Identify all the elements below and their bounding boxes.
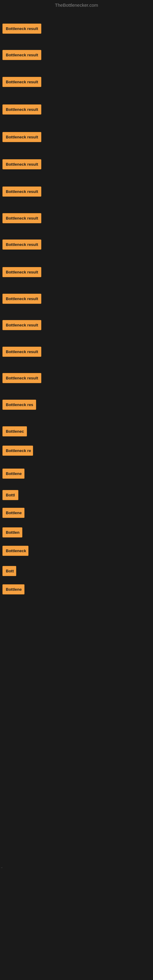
bottleneck-card-9[interactable]: Bottleneck result xyxy=(2,267,41,277)
bottleneck-card-8[interactable]: Bottleneck result xyxy=(2,240,41,250)
cards-container: Bottleneck resultBottleneck resultBottle… xyxy=(0,10,153,623)
bottleneck-card-13[interactable]: Bottleneck result xyxy=(2,373,41,383)
bottleneck-card-23[interactable]: Bottlene xyxy=(2,584,24,595)
bottleneck-card-1[interactable]: Bottleneck result xyxy=(2,50,41,60)
bottleneck-card-2[interactable]: Bottleneck result xyxy=(2,77,41,87)
bottleneck-card-10[interactable]: Bottleneck result xyxy=(2,294,41,304)
bottleneck-card-4[interactable]: Bottleneck result xyxy=(2,132,41,142)
bottleneck-card-3[interactable]: Bottleneck result xyxy=(2,105,41,115)
tiny-label: t xyxy=(1,867,3,868)
bottleneck-card-6[interactable]: Bottleneck result xyxy=(2,186,41,197)
bottleneck-card-19[interactable]: Bottlene xyxy=(2,508,24,518)
site-header: TheBottlenecker.com xyxy=(0,0,153,10)
site-title: TheBottlenecker.com xyxy=(55,2,98,8)
bottleneck-card-11[interactable]: Bottleneck result xyxy=(2,320,41,330)
bottleneck-card-15[interactable]: Bottlenec xyxy=(2,426,27,436)
bottleneck-card-14[interactable]: Bottleneck res xyxy=(2,400,36,410)
bottleneck-card-12[interactable]: Bottleneck result xyxy=(2,347,41,357)
bottleneck-card-17[interactable]: Bottlene xyxy=(2,469,24,479)
bottleneck-card-22[interactable]: Bott xyxy=(2,566,16,576)
bottleneck-card-18[interactable]: Bottl xyxy=(2,490,18,500)
bottleneck-card-21[interactable]: Bottleneck xyxy=(2,546,29,556)
bottleneck-card-7[interactable]: Bottleneck result xyxy=(2,213,41,223)
bottleneck-card-20[interactable]: Bottlen xyxy=(2,527,22,538)
bottleneck-card-5[interactable]: Bottleneck result xyxy=(2,159,41,169)
bottleneck-card-0[interactable]: Bottleneck result xyxy=(2,24,41,34)
bottom-area: t xyxy=(0,623,153,980)
bottleneck-card-16[interactable]: Bottleneck re xyxy=(2,445,33,456)
